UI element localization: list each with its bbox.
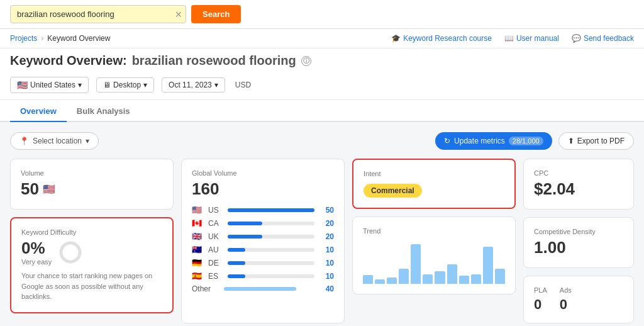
other-bar (224, 287, 314, 291)
country-row-uk: 🇬🇧 UK 20 (192, 232, 334, 241)
de-val: 10 (318, 259, 334, 267)
keyword-course-label: Keyword Research course (403, 34, 492, 43)
update-metrics-label: Update metrics (454, 137, 505, 145)
intent-badge: Commercial (364, 180, 504, 198)
trend-bar-6 (423, 274, 433, 284)
user-manual-link[interactable]: 📖 User manual (504, 34, 559, 43)
date-label: Oct 11, 2023 (169, 81, 212, 89)
device-filter[interactable]: 🖥 Desktop ▾ (96, 77, 154, 93)
volume-value: 50 🇺🇸 (21, 179, 163, 199)
us-flag-icon: 🇺🇸 (17, 80, 28, 90)
global-volume-value: 160 (192, 179, 334, 199)
comment-icon: 💬 (572, 34, 581, 43)
kd-percent: 0% (21, 239, 52, 258)
date-chevron-icon: ▾ (214, 81, 218, 89)
es-bar-track (228, 274, 314, 278)
header-nav: Projects › Keyword Overview 🎓 Keyword Re… (0, 29, 644, 48)
global-volume-label: Global Volume (192, 169, 334, 177)
trend-bar-7 (435, 271, 445, 284)
tab-bulk-analysis[interactable]: Bulk Analysis (67, 100, 140, 122)
update-metrics-button[interactable]: ↻ Update metrics 28/1,000 (435, 132, 552, 150)
keyword-course-link[interactable]: 🎓 Keyword Research course (391, 34, 492, 43)
header-links: 🎓 Keyword Research course 📖 User manual … (391, 34, 634, 43)
svg-point-0 (61, 243, 80, 262)
search-button[interactable]: Search (191, 5, 241, 23)
us-code: US (208, 206, 224, 215)
us-bar-track (228, 208, 314, 212)
trend-bar-5 (411, 244, 421, 284)
search-input-wrapper: ✕ (10, 5, 186, 23)
country-row-ca: 🇨🇦 CA 20 (192, 218, 334, 228)
desktop-icon: 🖥 (103, 81, 111, 89)
comp-density-label: Competitive Density (534, 228, 623, 235)
page-title-area: Keyword Overview: brazilian rosewood flo… (0, 48, 644, 100)
kd-difficulty-label: Very easy (21, 258, 52, 266)
kd-label: Keyword Difficulty (21, 228, 162, 236)
send-feedback-link[interactable]: 💬 Send feedback (572, 34, 634, 43)
breadcrumb-current: Keyword Overview (47, 34, 110, 43)
toolbar-right: ↻ Update metrics 28/1,000 ⬆ Export to PD… (435, 132, 634, 150)
trend-label: Trend (363, 227, 505, 235)
page-title: Keyword Overview: brazilian rosewood flo… (10, 53, 634, 68)
de-bar-fill (228, 261, 245, 265)
us-bar-fill (228, 208, 314, 212)
global-volume-card: Global Volume 160 🇺🇸 US 50 🇨🇦 CA 20 🇬🇧 U… (181, 159, 345, 323)
de-bar-track (228, 261, 314, 265)
other-row: Other 40 (192, 284, 334, 293)
breadcrumb-parent[interactable]: Projects (10, 34, 37, 43)
trend-bar-3 (387, 278, 397, 284)
ca-bar-track (228, 222, 314, 225)
country-row-de: 🇩🇪 DE 10 (192, 258, 334, 267)
tab-overview[interactable]: Overview (10, 100, 67, 122)
location-select[interactable]: 📍 Select location ▾ (10, 132, 99, 150)
export-icon: ⬆ (568, 137, 574, 145)
info-icon[interactable]: ⓘ (301, 56, 311, 66)
refresh-icon: ↻ (444, 137, 450, 145)
search-input[interactable] (10, 5, 186, 23)
kd-value-row: 0% Very easy (21, 239, 162, 266)
currency-label: USD (235, 81, 251, 89)
country-row-us: 🇺🇸 US 50 (192, 205, 334, 215)
au-bar-track (228, 248, 314, 252)
de-code: DE (208, 259, 224, 267)
clear-button[interactable]: ✕ (175, 9, 182, 20)
trend-card: Trend (352, 216, 516, 295)
kd-description: Your chance to start ranking new pages o… (21, 271, 162, 302)
export-button[interactable]: ⬆ Export to PDF (558, 132, 634, 150)
pla-ads-card: PLA 0 Ads 0 (523, 276, 634, 323)
other-label: Other (192, 284, 220, 293)
cpc-label: CPC (534, 169, 623, 177)
au-code: AU (208, 245, 224, 254)
uk-flag: 🇬🇧 (192, 232, 204, 241)
us-flag: 🇺🇸 (192, 205, 204, 215)
cpc-value: $2.04 (534, 179, 623, 199)
pla-ads-row: PLA 0 Ads 0 (534, 286, 623, 313)
trend-bar-1 (363, 275, 373, 284)
competitive-density-card: Competitive Density 1.00 (523, 217, 634, 268)
pla-value: 0 (534, 296, 547, 313)
uk-code: UK (208, 232, 224, 241)
date-filter[interactable]: Oct 11, 2023 ▾ (162, 77, 225, 93)
es-flag: 🇪🇸 (192, 271, 204, 281)
country-row-es: 🇪🇸 ES 10 (192, 271, 334, 281)
comp-density-value: 1.00 (534, 238, 623, 257)
kd-donut-chart (58, 240, 83, 265)
main-content: 📍 Select location ▾ ↻ Update metrics 28/… (0, 122, 644, 326)
uk-val: 20 (318, 232, 334, 241)
pla-item: PLA 0 (534, 286, 547, 313)
intent-card: Intent Commercial (352, 159, 516, 209)
trend-bar-11 (483, 247, 493, 284)
volume-card: Volume 50 🇺🇸 (10, 159, 174, 210)
breadcrumb: Projects › Keyword Overview (10, 34, 110, 43)
cards-grid: Volume 50 🇺🇸 Keyword Difficulty 0% Very … (10, 159, 634, 323)
country-filter[interactable]: 🇺🇸 United States ▾ (10, 77, 89, 93)
country-label: United States (30, 81, 75, 89)
es-code: ES (208, 272, 224, 281)
ads-value: 0 (560, 296, 572, 313)
export-label: Export to PDF (577, 137, 625, 145)
trend-bar-10 (471, 274, 481, 284)
trend-bar-4 (399, 269, 409, 284)
tabs-row: Overview Bulk Analysis (0, 100, 644, 122)
trend-bar-2 (375, 279, 385, 284)
trend-bar-8 (447, 264, 457, 284)
